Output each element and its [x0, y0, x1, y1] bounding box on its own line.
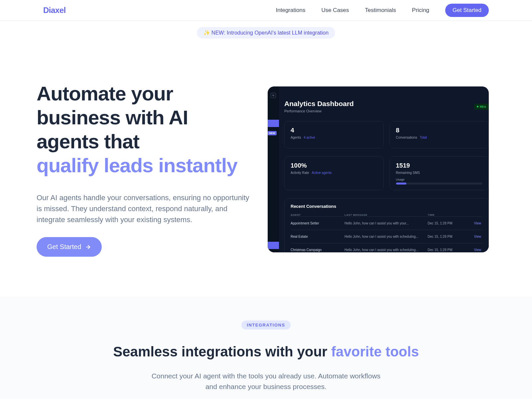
stat-label: Conversations: [396, 136, 417, 139]
stat-value: 1519: [396, 162, 483, 169]
sparkle-icon: ✨: [203, 30, 210, 36]
hero-section: Automate your business with AI agents th…: [0, 39, 532, 297]
cell-message: Hello John, how can I assist you with sc…: [344, 248, 428, 252]
status-dot-icon: [477, 106, 478, 107]
hero-title-main: Automate your business with AI agents th…: [37, 82, 188, 153]
nav-items: Integrations Use Cases Testimonials Pric…: [276, 4, 489, 17]
integrations-description: Connect your AI agent with the tools you…: [146, 371, 386, 392]
stat-sublabel: 4 active: [304, 136, 315, 139]
dashboard-preview: NEW Analytics Dashboard Performance Over…: [268, 86, 489, 252]
cell-agent: Real Estate: [291, 235, 344, 238]
col-header-agent: AGENT: [291, 213, 344, 216]
view-link[interactable]: View: [474, 221, 481, 225]
dashboard-title: Analytics Dashboard: [284, 100, 489, 108]
stat-cards-row-1: 4 Agents 4 active 8 Conversations Total: [284, 121, 489, 148]
nav-link-use-cases[interactable]: Use Cases: [321, 7, 349, 14]
usage-label: Usage: [396, 178, 483, 181]
table-row[interactable]: Real Estate Hello John, how can I assist…: [291, 230, 482, 243]
svg-line-4: [272, 94, 273, 95]
nav-link-pricing[interactable]: Pricing: [412, 7, 429, 14]
cell-time: Dec 15, 1:28 PM: [428, 248, 471, 252]
hero-title-accent: qualify leads instantly: [37, 154, 237, 177]
stat-value: 8: [396, 127, 483, 134]
stat-label: Agents: [291, 136, 301, 139]
svg-point-1: [273, 95, 274, 96]
dashboard-sidebar: NEW: [268, 86, 279, 252]
hero-get-started-button[interactable]: Get Started: [37, 237, 102, 257]
stat-value: 4: [291, 127, 377, 134]
usage-fill: [396, 183, 406, 185]
sidebar-new-badge: NEW: [268, 131, 277, 135]
recent-title: Recent Conversations: [291, 204, 482, 209]
dashboard-preview-wrap: NEW Analytics Dashboard Performance Over…: [268, 86, 489, 252]
svg-line-5: [274, 96, 274, 96]
hero-cta-label: Get Started: [47, 243, 81, 251]
dashboard-main: Analytics Dashboard Performance Overview…: [284, 100, 489, 252]
stat-sublabel: Active agents: [312, 171, 332, 175]
logo[interactable]: Diaxel: [43, 6, 66, 15]
hero-title: Automate your business with AI agents th…: [37, 82, 254, 178]
view-link[interactable]: View: [474, 248, 481, 252]
integrations-pill: INTEGRATIONS: [241, 321, 290, 330]
announcement-text: NEW: Introducing OpenAI's latest LLM int…: [211, 30, 329, 36]
announcement-bar: ✨ NEW: Introducing OpenAI's latest LLM i…: [0, 21, 532, 39]
stat-card-agents: 4 Agents 4 active: [284, 121, 384, 148]
cell-agent: Christmas Campaign: [291, 248, 344, 252]
stat-sublabel: Total: [420, 136, 427, 139]
col-header-message: LAST MESSAGE: [344, 213, 428, 216]
status-badge: REA: [474, 104, 489, 110]
recent-conversations-panel: Recent Conversations AGENT LAST MESSAGE …: [284, 198, 489, 252]
stat-label: Activity Rate: [291, 171, 309, 175]
cell-message: Hello John, how can I assist you with sc…: [344, 235, 428, 238]
announcement-pill[interactable]: ✨ NEW: Introducing OpenAI's latest LLM i…: [197, 27, 335, 39]
integrations-title-main: Seamless integrations with your: [113, 344, 331, 359]
integrations-title: Seamless integrations with your favorite…: [0, 343, 532, 360]
sidebar-active-indicator: [268, 120, 279, 127]
arrow-right-icon: [85, 244, 91, 250]
cell-message: Hello John, how can I assist you with yo…: [344, 221, 428, 225]
top-nav: Diaxel Integrations Use Cases Testimonia…: [0, 0, 532, 21]
integrations-section: INTEGRATIONS Seamless integrations with …: [0, 297, 532, 399]
table-header: AGENT LAST MESSAGE TIME: [291, 213, 482, 216]
stat-card-conversations: 8 Conversations Total: [390, 121, 489, 148]
nav-link-testimonials[interactable]: Testimonials: [365, 7, 396, 14]
sidebar-bottom-item: [268, 242, 279, 249]
integrations-title-accent: favorite tools: [331, 344, 419, 359]
get-started-button[interactable]: Get Started: [445, 4, 489, 17]
col-header-time: TIME: [428, 213, 471, 216]
stat-label: Remaining SMS: [396, 171, 420, 175]
stat-card-activity: 100% Activity Rate Active agents: [284, 156, 384, 190]
table-row[interactable]: Christmas Campaign Hello John, how can I…: [291, 243, 482, 252]
cell-agent: Appointment Setter: [291, 221, 344, 225]
dashboard-subtitle: Performance Overview: [284, 109, 489, 113]
theme-toggle-icon[interactable]: [271, 93, 276, 98]
stat-value: 100%: [291, 162, 377, 169]
usage-bar: [396, 183, 483, 185]
view-link[interactable]: View: [474, 235, 481, 238]
cell-time: Dec 15, 1:28 PM: [428, 235, 471, 238]
hero-content: Automate your business with AI agents th…: [37, 82, 254, 257]
stat-card-sms: 1519 Remaining SMS Usage: [390, 156, 489, 190]
status-text: REA: [480, 105, 486, 108]
table-row[interactable]: Appointment Setter Hello John, how can I…: [291, 216, 482, 230]
hero-description: Our AI agents handle your conversations,…: [37, 192, 254, 225]
cell-time: Dec 15, 1:28 PM: [428, 221, 471, 225]
stat-cards-row-2: 100% Activity Rate Active agents 1519 Re…: [284, 156, 489, 190]
nav-link-integrations[interactable]: Integrations: [276, 7, 306, 14]
